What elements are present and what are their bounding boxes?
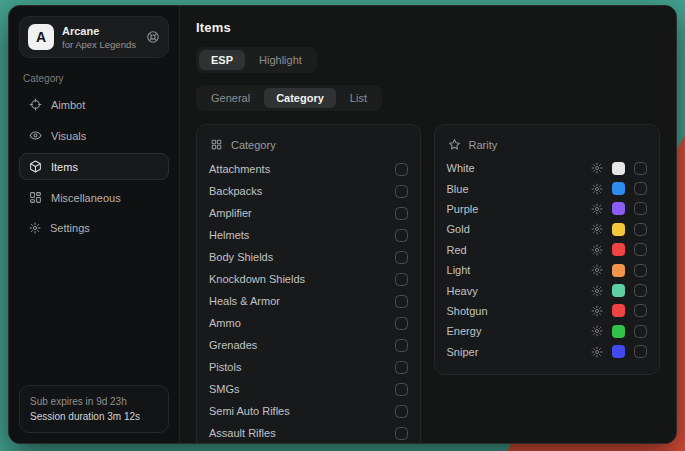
rarity-color-swatch[interactable] xyxy=(612,162,625,175)
rarity-color-swatch[interactable] xyxy=(612,304,625,317)
rarity-row: Gold xyxy=(447,219,647,239)
sidebar-section-label: Category xyxy=(23,73,165,84)
rarity-color-swatch[interactable] xyxy=(612,223,625,236)
rarity-color-swatch[interactable] xyxy=(612,345,625,358)
rarity-color-swatch[interactable] xyxy=(612,264,625,277)
rarity-checkbox[interactable] xyxy=(634,223,647,236)
subscription-card: Sub expires in 9d 23h Session duration 3… xyxy=(19,385,169,433)
sidebar-item-icon xyxy=(29,160,42,173)
rarity-checkbox[interactable] xyxy=(634,202,647,215)
category-checkbox[interactable] xyxy=(395,295,408,308)
category-checkbox[interactable] xyxy=(395,427,408,440)
rarity-color-swatch[interactable] xyxy=(612,243,625,256)
rarity-row: White xyxy=(447,158,647,178)
category-label: Semi Auto Rifles xyxy=(209,405,395,417)
category-checkbox[interactable] xyxy=(395,251,408,264)
category-label: Heals & Armor xyxy=(209,295,395,307)
rarity-label: Shotgun xyxy=(447,305,591,317)
gear-icon[interactable] xyxy=(591,203,603,215)
sidebar-item-label: Visuals xyxy=(51,130,86,142)
tab[interactable]: Category xyxy=(264,88,336,108)
category-label: Backpacks xyxy=(209,185,395,197)
sidebar-item-label: Items xyxy=(51,161,78,173)
category-label: Amplifier xyxy=(209,207,395,219)
category-label: SMGs xyxy=(209,383,395,395)
lifebuoy-icon[interactable] xyxy=(146,30,160,44)
category-label: Pistols xyxy=(209,361,395,373)
mode-toggle: ESP Highlight xyxy=(196,47,317,73)
category-label: Body Shields xyxy=(209,251,395,263)
gear-icon[interactable] xyxy=(591,162,603,174)
rarity-checkbox[interactable] xyxy=(634,304,647,317)
app-subtitle: for Apex Legends xyxy=(62,39,138,50)
gear-icon[interactable] xyxy=(591,223,603,235)
rarity-checkbox[interactable] xyxy=(634,325,647,338)
category-row: Knockdown Shields xyxy=(209,268,408,290)
sidebar-item[interactable]: Miscellaneous xyxy=(19,184,169,211)
sidebar-nav: Aimbot Visuals Items Miscellaneous Setti… xyxy=(19,91,169,241)
rarity-checkbox[interactable] xyxy=(634,284,647,297)
rarity-checkbox[interactable] xyxy=(634,345,647,358)
tab[interactable]: General xyxy=(199,88,262,108)
rarity-color-swatch[interactable] xyxy=(612,182,625,195)
category-checkbox[interactable] xyxy=(395,207,408,220)
sidebar-item-icon xyxy=(29,129,42,142)
category-checkbox[interactable] xyxy=(395,405,408,418)
sidebar-item[interactable]: Aimbot xyxy=(19,91,169,118)
sidebar-item[interactable]: Visuals xyxy=(19,122,169,149)
gear-icon[interactable] xyxy=(591,346,603,358)
rarity-row: Red xyxy=(447,240,647,260)
sidebar-item-label: Miscellaneous xyxy=(51,192,121,204)
category-checkbox[interactable] xyxy=(395,229,408,242)
tab[interactable]: List xyxy=(338,88,379,108)
rarity-checkbox[interactable] xyxy=(634,264,647,277)
gear-icon[interactable] xyxy=(591,285,603,297)
subscription-expiry: Sub expires in 9d 23h xyxy=(30,394,158,409)
category-checkbox[interactable] xyxy=(395,383,408,396)
sidebar-item[interactable]: Items xyxy=(19,153,169,180)
category-label: Ammo xyxy=(209,317,395,329)
rarity-checkbox[interactable] xyxy=(634,243,647,256)
category-list: Attachments Backpacks Amplifier Helmets xyxy=(209,158,408,443)
gear-icon[interactable] xyxy=(591,305,603,317)
category-row: Pistols xyxy=(209,356,408,378)
rarity-checkbox[interactable] xyxy=(634,182,647,195)
category-checkbox[interactable] xyxy=(395,273,408,286)
category-checkbox[interactable] xyxy=(395,185,408,198)
rarity-color-swatch[interactable] xyxy=(612,284,625,297)
rarity-label: White xyxy=(447,162,591,174)
app-logo: A xyxy=(28,24,54,50)
main-content: Items ESP Highlight General Category Lis… xyxy=(180,6,676,443)
tab-bar: General Category List xyxy=(196,85,382,111)
category-panel-title: Category xyxy=(231,139,276,151)
sidebar-item[interactable]: Settings xyxy=(19,215,169,241)
gear-icon[interactable] xyxy=(591,244,603,256)
gear-icon[interactable] xyxy=(591,183,603,195)
gear-icon[interactable] xyxy=(591,264,603,276)
rarity-row: Sniper xyxy=(447,342,647,362)
app-window: A Arcane for Apex Legends Category Aimbo… xyxy=(8,5,677,444)
category-row: Backpacks xyxy=(209,180,408,202)
category-checkbox[interactable] xyxy=(395,339,408,352)
category-row: Heals & Armor xyxy=(209,290,408,312)
rarity-color-swatch[interactable] xyxy=(612,325,625,338)
category-label: Helmets xyxy=(209,229,395,241)
mode-toggle-option[interactable]: ESP xyxy=(199,50,245,70)
category-row: Ammo xyxy=(209,312,408,334)
gear-icon[interactable] xyxy=(591,325,603,337)
category-row: Grenades xyxy=(209,334,408,356)
rarity-color-swatch[interactable] xyxy=(612,202,625,215)
sidebar-item-icon xyxy=(29,222,41,234)
rarity-list: White Blue Purple xyxy=(447,158,647,362)
category-checkbox[interactable] xyxy=(395,163,408,176)
grid-icon xyxy=(210,138,223,151)
rarity-checkbox[interactable] xyxy=(634,162,647,175)
category-checkbox[interactable] xyxy=(395,361,408,374)
category-row: Helmets xyxy=(209,224,408,246)
rarity-label: Red xyxy=(447,244,591,256)
rarity-row: Light xyxy=(447,260,647,280)
sidebar-item-icon xyxy=(29,98,42,111)
sidebar: A Arcane for Apex Legends Category Aimbo… xyxy=(9,6,180,443)
mode-toggle-option[interactable]: Highlight xyxy=(247,50,314,70)
category-checkbox[interactable] xyxy=(395,317,408,330)
